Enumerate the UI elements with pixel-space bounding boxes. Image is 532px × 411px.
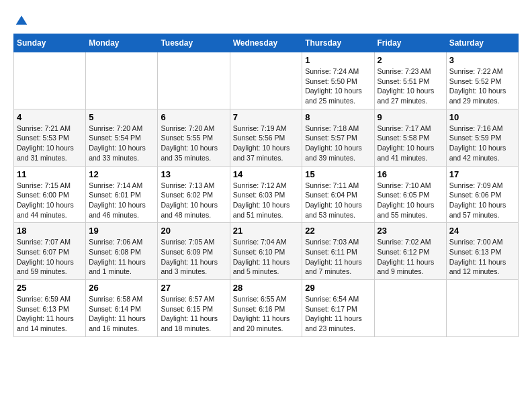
day-info: Sunrise: 7:10 AM Sunset: 6:05 PM Dayligh… (378, 181, 443, 220)
header-cell-friday: Friday (374, 34, 446, 52)
day-number: 24 (449, 226, 515, 236)
calendar-cell: 2Sunrise: 7:23 AM Sunset: 5:51 PM Daylig… (374, 52, 446, 109)
calendar-cell (230, 52, 302, 109)
calendar-cell: 8Sunrise: 7:18 AM Sunset: 5:57 PM Daylig… (302, 109, 374, 166)
calendar-cell: 23Sunrise: 7:02 AM Sunset: 6:12 PM Dayli… (374, 223, 446, 280)
day-info: Sunrise: 7:18 AM Sunset: 5:57 PM Dayligh… (305, 124, 371, 163)
calendar-cell: 14Sunrise: 7:12 AM Sunset: 6:03 PM Dayli… (230, 166, 302, 223)
day-number: 25 (17, 283, 83, 293)
header-cell-wednesday: Wednesday (230, 34, 302, 52)
day-info: Sunrise: 7:00 AM Sunset: 6:13 PM Dayligh… (449, 237, 515, 277)
calendar-cell: 26Sunrise: 6:58 AM Sunset: 6:14 PM Dayli… (86, 280, 158, 337)
day-info: Sunrise: 7:22 AM Sunset: 5:52 PM Dayligh… (449, 66, 515, 106)
day-number: 6 (161, 112, 226, 122)
day-number: 27 (161, 283, 226, 293)
day-info: Sunrise: 7:14 AM Sunset: 6:01 PM Dayligh… (89, 181, 154, 220)
calendar-cell: 22Sunrise: 7:03 AM Sunset: 6:11 PM Dayli… (302, 223, 374, 280)
calendar-cell (158, 52, 230, 109)
day-number: 3 (449, 55, 515, 65)
day-info: Sunrise: 7:07 AM Sunset: 6:07 PM Dayligh… (17, 237, 83, 277)
header-cell-thursday: Thursday (302, 34, 374, 52)
page-header (13, 13, 519, 27)
calendar-cell (446, 280, 518, 337)
calendar-body: 1Sunrise: 7:24 AM Sunset: 5:50 PM Daylig… (14, 52, 519, 337)
day-number: 4 (17, 112, 83, 122)
day-number: 8 (305, 112, 371, 122)
day-number: 17 (449, 169, 515, 179)
day-number: 22 (305, 226, 371, 236)
calendar-table: SundayMondayTuesdayWednesdayThursdayFrid… (13, 34, 519, 337)
day-number: 29 (305, 283, 371, 293)
day-info: Sunrise: 7:03 AM Sunset: 6:11 PM Dayligh… (305, 237, 371, 277)
day-info: Sunrise: 7:20 AM Sunset: 5:55 PM Dayligh… (161, 124, 226, 163)
calendar-cell: 19Sunrise: 7:06 AM Sunset: 6:08 PM Dayli… (86, 223, 158, 280)
day-number: 26 (89, 283, 154, 293)
day-info: Sunrise: 7:17 AM Sunset: 5:58 PM Dayligh… (378, 124, 443, 163)
day-number: 9 (378, 112, 443, 122)
day-info: Sunrise: 7:13 AM Sunset: 6:02 PM Dayligh… (161, 181, 226, 220)
calendar-week-4: 18Sunrise: 7:07 AM Sunset: 6:07 PM Dayli… (14, 223, 519, 280)
day-info: Sunrise: 7:24 AM Sunset: 5:50 PM Dayligh… (305, 66, 371, 106)
calendar-week-3: 11Sunrise: 7:15 AM Sunset: 6:00 PM Dayli… (14, 166, 519, 223)
day-number: 28 (233, 283, 300, 293)
calendar-cell: 28Sunrise: 6:55 AM Sunset: 6:16 PM Dayli… (230, 280, 302, 337)
calendar-header: SundayMondayTuesdayWednesdayThursdayFrid… (14, 34, 519, 52)
day-info: Sunrise: 7:11 AM Sunset: 6:04 PM Dayligh… (305, 181, 371, 220)
calendar-week-1: 1Sunrise: 7:24 AM Sunset: 5:50 PM Daylig… (14, 52, 519, 109)
calendar-cell: 12Sunrise: 7:14 AM Sunset: 6:01 PM Dayli… (86, 166, 158, 223)
day-info: Sunrise: 7:09 AM Sunset: 6:06 PM Dayligh… (449, 181, 515, 220)
calendar-cell: 11Sunrise: 7:15 AM Sunset: 6:00 PM Dayli… (14, 166, 86, 223)
calendar-cell: 15Sunrise: 7:11 AM Sunset: 6:04 PM Dayli… (302, 166, 374, 223)
day-number: 21 (233, 226, 300, 236)
day-number: 15 (305, 169, 371, 179)
day-info: Sunrise: 7:20 AM Sunset: 5:54 PM Dayligh… (89, 124, 154, 163)
day-info: Sunrise: 6:57 AM Sunset: 6:15 PM Dayligh… (161, 294, 226, 334)
header-row: SundayMondayTuesdayWednesdayThursdayFrid… (14, 34, 519, 52)
calendar-cell: 9Sunrise: 7:17 AM Sunset: 5:58 PM Daylig… (374, 109, 446, 166)
header-cell-sunday: Sunday (14, 34, 86, 52)
calendar-cell: 10Sunrise: 7:16 AM Sunset: 5:59 PM Dayli… (446, 109, 518, 166)
calendar-cell: 4Sunrise: 7:21 AM Sunset: 5:53 PM Daylig… (14, 109, 86, 166)
calendar-cell: 16Sunrise: 7:10 AM Sunset: 6:05 PM Dayli… (374, 166, 446, 223)
header-cell-monday: Monday (86, 34, 158, 52)
day-info: Sunrise: 6:58 AM Sunset: 6:14 PM Dayligh… (89, 294, 154, 334)
calendar-cell: 3Sunrise: 7:22 AM Sunset: 5:52 PM Daylig… (446, 52, 518, 109)
day-number: 10 (449, 112, 515, 122)
calendar-cell: 5Sunrise: 7:20 AM Sunset: 5:54 PM Daylig… (86, 109, 158, 166)
calendar-week-5: 25Sunrise: 6:59 AM Sunset: 6:13 PM Dayli… (14, 280, 519, 337)
day-info: Sunrise: 6:55 AM Sunset: 6:16 PM Dayligh… (233, 294, 300, 334)
calendar-cell: 21Sunrise: 7:04 AM Sunset: 6:10 PM Dayli… (230, 223, 302, 280)
calendar-cell: 24Sunrise: 7:00 AM Sunset: 6:13 PM Dayli… (446, 223, 518, 280)
day-info: Sunrise: 7:04 AM Sunset: 6:10 PM Dayligh… (233, 237, 300, 277)
header-cell-saturday: Saturday (446, 34, 518, 52)
logo-icon (15, 13, 28, 27)
day-info: Sunrise: 7:19 AM Sunset: 5:56 PM Dayligh… (233, 124, 300, 163)
day-number: 13 (161, 169, 226, 179)
day-info: Sunrise: 7:23 AM Sunset: 5:51 PM Dayligh… (378, 66, 443, 106)
day-number: 1 (305, 55, 371, 65)
day-number: 19 (89, 226, 154, 236)
day-number: 18 (17, 226, 83, 236)
day-number: 23 (378, 226, 443, 236)
day-number: 11 (17, 169, 83, 179)
calendar-cell: 13Sunrise: 7:13 AM Sunset: 6:02 PM Dayli… (158, 166, 230, 223)
calendar-cell (14, 52, 86, 109)
calendar-cell (86, 52, 158, 109)
day-info: Sunrise: 7:12 AM Sunset: 6:03 PM Dayligh… (233, 181, 300, 220)
calendar-cell: 29Sunrise: 6:54 AM Sunset: 6:17 PM Dayli… (302, 280, 374, 337)
day-info: Sunrise: 7:21 AM Sunset: 5:53 PM Dayligh… (17, 124, 83, 163)
day-info: Sunrise: 7:02 AM Sunset: 6:12 PM Dayligh… (378, 237, 443, 277)
day-number: 2 (378, 55, 443, 65)
day-info: Sunrise: 7:15 AM Sunset: 6:00 PM Dayligh… (17, 181, 83, 220)
calendar-cell: 20Sunrise: 7:05 AM Sunset: 6:09 PM Dayli… (158, 223, 230, 280)
calendar-cell: 7Sunrise: 7:19 AM Sunset: 5:56 PM Daylig… (230, 109, 302, 166)
day-number: 16 (378, 169, 443, 179)
day-info: Sunrise: 7:06 AM Sunset: 6:08 PM Dayligh… (89, 237, 154, 277)
calendar-cell: 6Sunrise: 7:20 AM Sunset: 5:55 PM Daylig… (158, 109, 230, 166)
calendar-cell: 17Sunrise: 7:09 AM Sunset: 6:06 PM Dayli… (446, 166, 518, 223)
day-number: 14 (233, 169, 300, 179)
day-number: 20 (161, 226, 226, 236)
calendar-week-2: 4Sunrise: 7:21 AM Sunset: 5:53 PM Daylig… (14, 109, 519, 166)
header-cell-tuesday: Tuesday (158, 34, 230, 52)
calendar-cell: 1Sunrise: 7:24 AM Sunset: 5:50 PM Daylig… (302, 52, 374, 109)
